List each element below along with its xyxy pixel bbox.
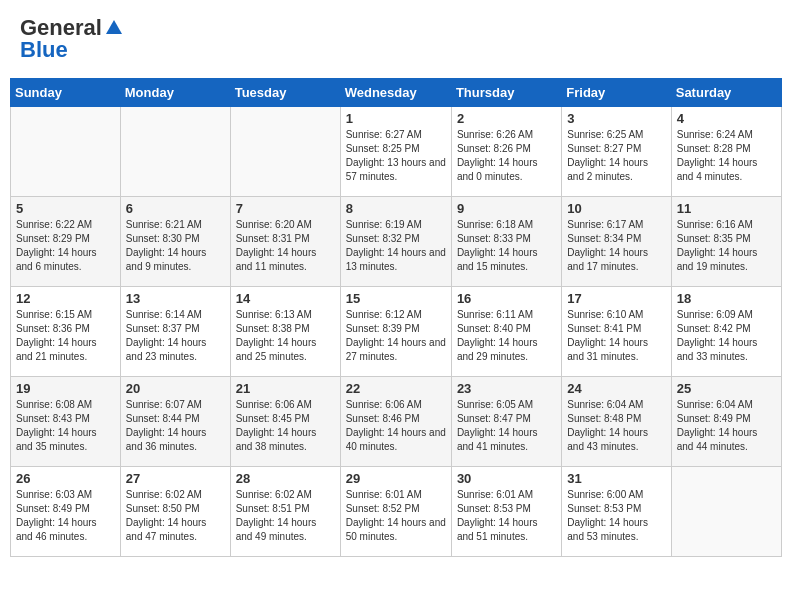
day-number: 26 [16,471,115,486]
calendar-cell: 23Sunrise: 6:05 AM Sunset: 8:47 PM Dayli… [451,377,561,467]
day-info: Sunrise: 6:15 AM Sunset: 8:36 PM Dayligh… [16,308,115,364]
calendar-cell [11,107,121,197]
day-number: 13 [126,291,225,306]
calendar-cell: 7Sunrise: 6:20 AM Sunset: 8:31 PM Daylig… [230,197,340,287]
calendar-cell: 29Sunrise: 6:01 AM Sunset: 8:52 PM Dayli… [340,467,451,557]
day-number: 5 [16,201,115,216]
calendar-cell: 27Sunrise: 6:02 AM Sunset: 8:50 PM Dayli… [120,467,230,557]
day-info: Sunrise: 6:06 AM Sunset: 8:45 PM Dayligh… [236,398,335,454]
calendar-cell: 17Sunrise: 6:10 AM Sunset: 8:41 PM Dayli… [562,287,671,377]
day-info: Sunrise: 6:18 AM Sunset: 8:33 PM Dayligh… [457,218,556,274]
logo: General Blue [20,15,124,63]
calendar-cell [671,467,781,557]
day-number: 15 [346,291,446,306]
day-number: 24 [567,381,665,396]
day-of-week-header: Tuesday [230,79,340,107]
calendar-cell: 3Sunrise: 6:25 AM Sunset: 8:27 PM Daylig… [562,107,671,197]
calendar-cell [120,107,230,197]
day-number: 29 [346,471,446,486]
day-number: 1 [346,111,446,126]
day-number: 6 [126,201,225,216]
calendar-table: SundayMondayTuesdayWednesdayThursdayFrid… [10,78,782,557]
day-number: 22 [346,381,446,396]
day-info: Sunrise: 6:22 AM Sunset: 8:29 PM Dayligh… [16,218,115,274]
day-info: Sunrise: 6:16 AM Sunset: 8:35 PM Dayligh… [677,218,776,274]
day-of-week-header: Wednesday [340,79,451,107]
day-number: 27 [126,471,225,486]
day-number: 18 [677,291,776,306]
day-info: Sunrise: 6:03 AM Sunset: 8:49 PM Dayligh… [16,488,115,544]
day-info: Sunrise: 6:10 AM Sunset: 8:41 PM Dayligh… [567,308,665,364]
calendar-cell: 4Sunrise: 6:24 AM Sunset: 8:28 PM Daylig… [671,107,781,197]
calendar-cell: 9Sunrise: 6:18 AM Sunset: 8:33 PM Daylig… [451,197,561,287]
logo-blue-text: Blue [20,37,68,63]
calendar-cell: 31Sunrise: 6:00 AM Sunset: 8:53 PM Dayli… [562,467,671,557]
calendar-cell: 5Sunrise: 6:22 AM Sunset: 8:29 PM Daylig… [11,197,121,287]
day-info: Sunrise: 6:01 AM Sunset: 8:53 PM Dayligh… [457,488,556,544]
calendar-cell: 21Sunrise: 6:06 AM Sunset: 8:45 PM Dayli… [230,377,340,467]
day-info: Sunrise: 6:11 AM Sunset: 8:40 PM Dayligh… [457,308,556,364]
day-of-week-header: Friday [562,79,671,107]
calendar-cell: 1Sunrise: 6:27 AM Sunset: 8:25 PM Daylig… [340,107,451,197]
calendar-cell: 25Sunrise: 6:04 AM Sunset: 8:49 PM Dayli… [671,377,781,467]
day-number: 23 [457,381,556,396]
day-info: Sunrise: 6:08 AM Sunset: 8:43 PM Dayligh… [16,398,115,454]
day-info: Sunrise: 6:04 AM Sunset: 8:49 PM Dayligh… [677,398,776,454]
day-number: 3 [567,111,665,126]
day-info: Sunrise: 6:01 AM Sunset: 8:52 PM Dayligh… [346,488,446,544]
calendar-cell: 20Sunrise: 6:07 AM Sunset: 8:44 PM Dayli… [120,377,230,467]
calendar-cell: 11Sunrise: 6:16 AM Sunset: 8:35 PM Dayli… [671,197,781,287]
calendar-cell: 14Sunrise: 6:13 AM Sunset: 8:38 PM Dayli… [230,287,340,377]
day-info: Sunrise: 6:24 AM Sunset: 8:28 PM Dayligh… [677,128,776,184]
day-number: 19 [16,381,115,396]
svg-marker-0 [106,20,122,34]
day-info: Sunrise: 6:04 AM Sunset: 8:48 PM Dayligh… [567,398,665,454]
calendar-cell: 10Sunrise: 6:17 AM Sunset: 8:34 PM Dayli… [562,197,671,287]
day-number: 21 [236,381,335,396]
calendar-cell: 12Sunrise: 6:15 AM Sunset: 8:36 PM Dayli… [11,287,121,377]
day-number: 7 [236,201,335,216]
day-info: Sunrise: 6:13 AM Sunset: 8:38 PM Dayligh… [236,308,335,364]
day-number: 30 [457,471,556,486]
calendar-cell: 2Sunrise: 6:26 AM Sunset: 8:26 PM Daylig… [451,107,561,197]
calendar-week-row: 12Sunrise: 6:15 AM Sunset: 8:36 PM Dayli… [11,287,782,377]
day-info: Sunrise: 6:14 AM Sunset: 8:37 PM Dayligh… [126,308,225,364]
day-info: Sunrise: 6:05 AM Sunset: 8:47 PM Dayligh… [457,398,556,454]
day-number: 16 [457,291,556,306]
calendar-cell: 26Sunrise: 6:03 AM Sunset: 8:49 PM Dayli… [11,467,121,557]
day-of-week-header: Saturday [671,79,781,107]
day-info: Sunrise: 6:12 AM Sunset: 8:39 PM Dayligh… [346,308,446,364]
day-number: 10 [567,201,665,216]
day-info: Sunrise: 6:27 AM Sunset: 8:25 PM Dayligh… [346,128,446,184]
calendar-header: SundayMondayTuesdayWednesdayThursdayFrid… [11,79,782,107]
calendar-cell: 13Sunrise: 6:14 AM Sunset: 8:37 PM Dayli… [120,287,230,377]
day-number: 14 [236,291,335,306]
day-info: Sunrise: 6:06 AM Sunset: 8:46 PM Dayligh… [346,398,446,454]
day-number: 20 [126,381,225,396]
day-info: Sunrise: 6:00 AM Sunset: 8:53 PM Dayligh… [567,488,665,544]
calendar-cell: 6Sunrise: 6:21 AM Sunset: 8:30 PM Daylig… [120,197,230,287]
calendar-cell: 16Sunrise: 6:11 AM Sunset: 8:40 PM Dayli… [451,287,561,377]
calendar-cell: 22Sunrise: 6:06 AM Sunset: 8:46 PM Dayli… [340,377,451,467]
day-number: 25 [677,381,776,396]
day-number: 2 [457,111,556,126]
day-of-week-header: Monday [120,79,230,107]
day-number: 8 [346,201,446,216]
day-number: 4 [677,111,776,126]
calendar-cell: 24Sunrise: 6:04 AM Sunset: 8:48 PM Dayli… [562,377,671,467]
calendar-week-row: 26Sunrise: 6:03 AM Sunset: 8:49 PM Dayli… [11,467,782,557]
day-info: Sunrise: 6:02 AM Sunset: 8:51 PM Dayligh… [236,488,335,544]
calendar-cell: 18Sunrise: 6:09 AM Sunset: 8:42 PM Dayli… [671,287,781,377]
day-info: Sunrise: 6:17 AM Sunset: 8:34 PM Dayligh… [567,218,665,274]
day-info: Sunrise: 6:25 AM Sunset: 8:27 PM Dayligh… [567,128,665,184]
day-number: 28 [236,471,335,486]
day-number: 9 [457,201,556,216]
day-info: Sunrise: 6:09 AM Sunset: 8:42 PM Dayligh… [677,308,776,364]
calendar-cell: 15Sunrise: 6:12 AM Sunset: 8:39 PM Dayli… [340,287,451,377]
page-header: General Blue [10,10,782,68]
day-number: 11 [677,201,776,216]
day-info: Sunrise: 6:07 AM Sunset: 8:44 PM Dayligh… [126,398,225,454]
day-info: Sunrise: 6:26 AM Sunset: 8:26 PM Dayligh… [457,128,556,184]
day-info: Sunrise: 6:02 AM Sunset: 8:50 PM Dayligh… [126,488,225,544]
day-info: Sunrise: 6:21 AM Sunset: 8:30 PM Dayligh… [126,218,225,274]
